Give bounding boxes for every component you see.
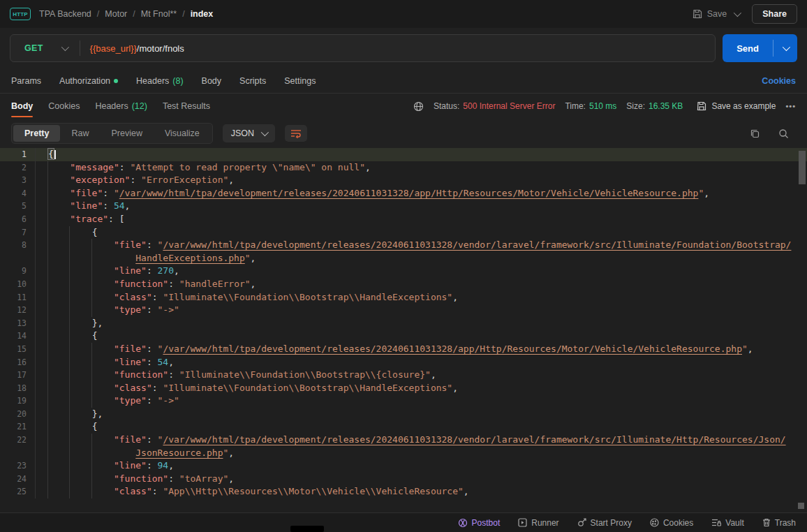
code-token: "type" bbox=[114, 395, 147, 406]
start-proxy-button[interactable]: Start Proxy bbox=[577, 518, 632, 528]
format-dropdown[interactable]: JSON bbox=[223, 124, 275, 142]
response-tab-test-results[interactable]: Test Results bbox=[163, 94, 210, 119]
wrap-text-icon bbox=[290, 128, 302, 138]
indent-guide bbox=[69, 356, 70, 369]
code-token: "Illuminate\\Foundation\\Bootstrap\\Hand… bbox=[163, 383, 452, 393]
indent-guide bbox=[47, 317, 48, 330]
code-token: : bbox=[152, 292, 163, 302]
code-token: , bbox=[365, 162, 371, 172]
code-token bbox=[48, 265, 114, 276]
send-label[interactable]: Send bbox=[723, 34, 773, 62]
breadcrumb-folder[interactable]: Motor bbox=[105, 9, 127, 19]
view-tab-raw[interactable]: Raw bbox=[60, 125, 100, 142]
code-line: JsonResource.php", bbox=[0, 447, 807, 460]
vault-button[interactable]: Vault bbox=[711, 518, 743, 528]
save-button[interactable]: Save bbox=[693, 9, 727, 19]
breadcrumb-collection[interactable]: TPA Backend bbox=[39, 9, 91, 19]
network-globe-icon[interactable] bbox=[413, 101, 424, 112]
line-number: 10 bbox=[0, 278, 35, 291]
view-tab-pretty[interactable]: Pretty bbox=[13, 125, 60, 142]
file-path-link[interactable]: /var/www/html/tpa/development/releases/2… bbox=[163, 343, 742, 354]
tab-scripts[interactable]: Scripts bbox=[239, 76, 266, 86]
headers-count: (8) bbox=[172, 76, 183, 86]
tab-authorization[interactable]: Authorization bbox=[59, 76, 118, 86]
wrap-text-button[interactable] bbox=[285, 125, 307, 142]
send-button[interactable]: Send bbox=[723, 34, 797, 62]
search-icon[interactable] bbox=[778, 128, 789, 139]
code-token: : bbox=[147, 304, 158, 315]
indent-guide bbox=[91, 459, 92, 473]
cookies-button[interactable]: Cookies bbox=[650, 518, 693, 528]
code-token: : bbox=[147, 343, 158, 354]
breadcrumb-subfolder[interactable]: Mt Fnol** bbox=[141, 9, 177, 19]
save-icon bbox=[693, 9, 702, 19]
code-token: " bbox=[114, 188, 119, 198]
more-options-icon[interactable]: ••• bbox=[785, 102, 796, 110]
trash-button[interactable]: Trash bbox=[762, 518, 796, 528]
code-token: "line" bbox=[70, 200, 103, 211]
view-tab-visualize[interactable]: Visualize bbox=[154, 125, 211, 142]
save-options-chevron-icon[interactable] bbox=[734, 9, 741, 17]
breadcrumb-separator: / bbox=[133, 9, 135, 19]
vertical-scrollbar-thumb[interactable] bbox=[799, 151, 806, 184]
file-path-link[interactable]: /var/www/html/tpa/development/releases/2… bbox=[163, 239, 791, 250]
code-token: : bbox=[119, 162, 131, 172]
send-options-chevron-icon[interactable] bbox=[773, 34, 797, 62]
method-selector[interactable]: GET bbox=[10, 43, 80, 53]
code-token: , bbox=[452, 292, 458, 302]
top-bar: HTTP TPA Backend / Motor / Mt Fnol** / i… bbox=[0, 0, 807, 28]
response-body-editor[interactable]: 1{2 "message": "Attempt to read property… bbox=[0, 148, 807, 512]
response-tab-headers[interactable]: Headers(12) bbox=[95, 94, 147, 119]
tab-headers[interactable]: Headers(8) bbox=[136, 76, 184, 86]
code-token: " bbox=[742, 343, 748, 354]
tab-params[interactable]: Params bbox=[11, 76, 41, 86]
view-mode-segments: Pretty Raw Preview Visualize bbox=[11, 123, 213, 144]
save-as-example-button[interactable]: Save as example bbox=[697, 101, 776, 111]
indent-guide bbox=[69, 226, 70, 239]
code-line: 24 "function": "toArray", bbox=[0, 473, 807, 486]
code-line: 8 "file": "/var/www/html/tpa/development… bbox=[0, 239, 807, 252]
line-number: 9 bbox=[0, 265, 35, 278]
trash-icon bbox=[762, 518, 771, 527]
file-path-link[interactable]: HandleExceptions.php bbox=[135, 253, 245, 263]
indent-guide bbox=[69, 369, 70, 382]
postbot-button[interactable]: Postbot bbox=[458, 518, 501, 528]
code-token: , bbox=[174, 265, 179, 276]
code-token: "file" bbox=[70, 188, 103, 198]
size-value: 16.35 KB bbox=[649, 101, 683, 111]
indent-guide bbox=[69, 239, 70, 252]
code-token: "->" bbox=[158, 304, 179, 315]
tab-settings[interactable]: Settings bbox=[284, 76, 316, 86]
url-input[interactable]: {{base_url}}/motor/fnols bbox=[80, 43, 184, 54]
code-line: 11 "class": "Illuminate\\Foundation\\Boo… bbox=[0, 291, 807, 304]
cookies-link[interactable]: Cookies bbox=[762, 76, 796, 86]
response-tab-cookies[interactable]: Cookies bbox=[48, 94, 80, 119]
copy-icon[interactable] bbox=[750, 128, 760, 139]
share-button[interactable]: Share bbox=[752, 4, 797, 24]
code-token: "line" bbox=[114, 460, 147, 471]
line-number: 16 bbox=[0, 356, 35, 369]
screen-artifact bbox=[290, 526, 324, 532]
indent-guide bbox=[47, 420, 48, 434]
indent-guide bbox=[69, 330, 70, 343]
breadcrumb-request-name[interactable]: index bbox=[191, 9, 214, 19]
indent-guide bbox=[69, 420, 70, 434]
code-token: "ErrorException" bbox=[141, 175, 228, 185]
code-line: 2 "message": "Attempt to read property \… bbox=[0, 161, 807, 175]
indent-guide bbox=[47, 213, 48, 226]
code-token: "file" bbox=[114, 434, 147, 445]
code-line: 25 "class": "App\\Http\\Resources\\Motor… bbox=[0, 485, 807, 498]
tab-body[interactable]: Body bbox=[202, 76, 222, 86]
runner-button[interactable]: Runner bbox=[518, 518, 558, 528]
code-token: " bbox=[245, 253, 251, 263]
indent-guide bbox=[47, 447, 48, 460]
file-path-link[interactable]: /var/www/html/tpa/development/releases/2… bbox=[119, 188, 699, 198]
indent-guide bbox=[69, 278, 70, 291]
code-token: : bbox=[147, 357, 158, 367]
indent-guide bbox=[69, 382, 70, 395]
view-tab-preview[interactable]: Preview bbox=[100, 125, 153, 142]
code-token: }, bbox=[92, 318, 103, 328]
file-path-link[interactable]: JsonResource.php bbox=[135, 448, 223, 458]
file-path-link[interactable]: /var/www/html/tpa/development/releases/2… bbox=[163, 434, 785, 445]
response-tab-body[interactable]: Body bbox=[11, 94, 33, 119]
